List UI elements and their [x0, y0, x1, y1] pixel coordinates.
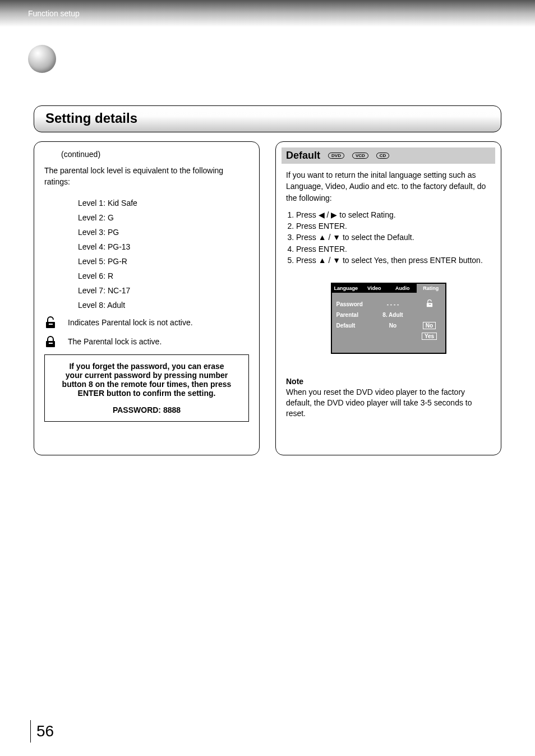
level-item: Level 7: NC-17 [78, 286, 249, 295]
osd-row-yes: Yes [336, 332, 441, 340]
svg-point-5 [49, 343, 50, 344]
step-5: Press ▲ / ▼ to select Yes, then press EN… [296, 255, 491, 266]
pw-line: button 8 on the remote four times, then … [52, 380, 242, 389]
level-item: Level 3: PG [78, 228, 249, 237]
page-title: Setting details [34, 105, 501, 132]
level-item: Level 4: PG-13 [78, 242, 249, 251]
lock-icon [44, 335, 57, 348]
left-arrow-icon: ◀ [319, 210, 325, 219]
cd-badge-icon: CD [376, 153, 390, 159]
unlock-icon [44, 316, 57, 329]
step-text: / [326, 233, 333, 242]
step-2: Press ENTER. [296, 220, 491, 232]
step-text: to select the Default. [340, 233, 414, 242]
osd-row-parental: Parental 8. Adult [336, 311, 441, 319]
osd-option-yes: Yes [422, 333, 437, 340]
note-body: When you reset the DVD video player to t… [286, 388, 472, 418]
continued-label: (continued) [61, 150, 249, 159]
osd-option-no: No [423, 322, 436, 329]
svg-rect-7 [428, 305, 431, 305]
osd-row-default: Default No No [336, 321, 441, 329]
svg-point-2 [49, 324, 50, 325]
right-panel: Default DVD VCD CD If you want to return… [275, 141, 501, 455]
pw-line: If you forget the password, you can eras… [52, 362, 242, 371]
down-arrow-icon: ▼ [333, 256, 340, 265]
down-arrow-icon: ▼ [333, 233, 340, 242]
rating-levels-list: Level 1: Kid Safe Level 2: G Level 3: PG… [78, 199, 249, 310]
default-heading: Default [286, 150, 320, 162]
step-text: to select Yes, then press ENTER button. [340, 256, 483, 265]
osd-tab-video: Video [360, 284, 389, 293]
page-number: 56 [30, 720, 54, 743]
up-arrow-icon: ▲ [319, 256, 326, 265]
up-arrow-icon: ▲ [319, 233, 326, 242]
step-1: Press ◀ / ▶ to select Rating. [296, 209, 491, 220]
note-label: Note [286, 376, 491, 387]
right-arrow-icon: ▶ [331, 210, 337, 219]
osd-tab-audio: Audio [389, 284, 417, 293]
svg-rect-6 [426, 303, 432, 307]
osd-label: Default [336, 322, 368, 329]
pw-line: your current password by pressing number [52, 371, 242, 380]
unlock-mini-icon [418, 299, 441, 308]
password-note-box: If you forget the password, you can eras… [44, 354, 249, 422]
step-text: / [326, 256, 333, 265]
svg-rect-3 [46, 341, 55, 347]
level-item: Level 2: G [78, 213, 249, 222]
osd-tab-rating: Rating [417, 284, 445, 293]
osd-label: Parental [336, 312, 368, 318]
osd-value: No [368, 322, 418, 329]
lock-caption: The Parental lock is active. [68, 337, 162, 346]
level-item: Level 1: Kid Safe [78, 199, 249, 208]
level-item: Level 8: Adult [78, 301, 249, 310]
vcd-badge-icon: VCD [352, 153, 368, 159]
osd-tab-language: Language [332, 284, 361, 293]
svg-rect-0 [46, 322, 55, 328]
step-text: / [325, 210, 331, 219]
osd-label: Password [336, 301, 368, 307]
decorative-sphere-icon [28, 45, 56, 73]
step-text: Press [296, 256, 319, 265]
osd-row-password: Password - - - - [336, 300, 441, 308]
level-item: Level 6: R [78, 271, 249, 280]
osd-tabs: Language Video Audio Rating [332, 284, 445, 293]
note-block: Note When you reset the DVD video player… [286, 376, 491, 419]
level-item: Level 5: PG-R [78, 257, 249, 266]
unlock-caption: Indicates Parental lock is not active. [68, 318, 193, 327]
pw-value: PASSWORD: 8888 [52, 405, 242, 414]
osd-value: 8. Adult [368, 312, 418, 318]
osd-menu: Language Video Audio Rating Password - -… [331, 283, 446, 354]
step-text: to select Rating. [337, 210, 395, 219]
step-4: Press ENTER. [296, 243, 491, 255]
section-header: Function setup [28, 9, 80, 18]
default-intro: If you want to return the inital languag… [286, 169, 491, 204]
step-text: Press [296, 233, 319, 242]
default-heading-bar: Default DVD VCD CD [282, 147, 495, 164]
parental-intro: The parental lock level is equivalent to… [44, 165, 249, 187]
default-steps: Press ◀ / ▶ to select Rating. Press ENTE… [286, 209, 491, 266]
osd-value: - - - - [368, 301, 418, 307]
left-panel: (continued) The parental lock level is e… [34, 141, 260, 455]
dvd-badge-icon: DVD [328, 153, 344, 159]
step-3: Press ▲ / ▼ to select the Default. [296, 232, 491, 243]
step-text: Press [296, 210, 319, 219]
pw-line: ENTER button to confirm the setting. [52, 389, 242, 398]
